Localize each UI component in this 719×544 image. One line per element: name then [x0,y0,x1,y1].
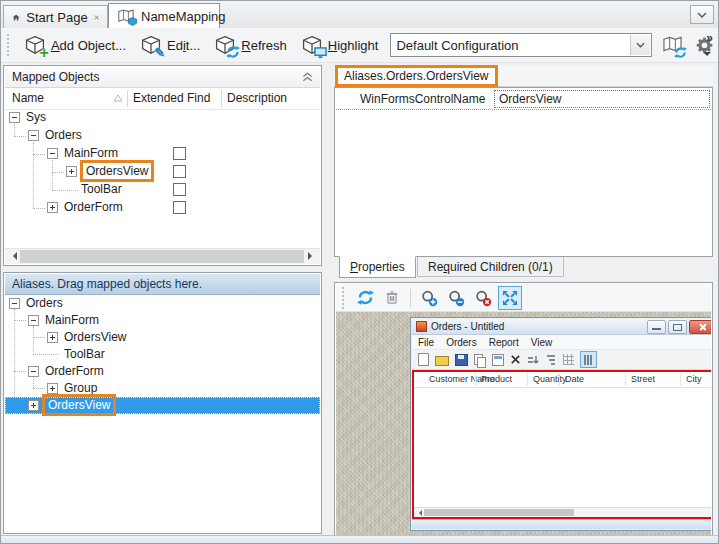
save-icon[interactable] [455,354,468,366]
tree-item-toolbar[interactable]: ToolBar [5,181,320,199]
col-product[interactable]: Product [481,374,512,384]
column-extended-find[interactable]: Extended Find [133,91,210,105]
open-file-icon[interactable] [435,356,449,366]
tab-start-page[interactable]: Start Page [3,5,108,28]
configuration-select[interactable]: Default Configuration [390,33,651,57]
scrollbar-thumb[interactable] [424,509,574,516]
collapse-expander-icon[interactable] [28,366,39,377]
columns-view-button[interactable] [580,351,597,368]
refresh-icon [214,35,236,56]
column-divider[interactable] [127,90,128,107]
sort-az-icon[interactable] [527,354,539,366]
alias-item-ordersview-selected[interactable]: OrdersView [5,397,320,414]
new-file-icon[interactable] [418,353,429,366]
tab-required-children[interactable]: Required Children (0/1) [417,257,564,277]
scroll-left-icon[interactable] [416,510,422,516]
alias-item-toolbar[interactable]: ToolBar [5,346,320,363]
add-object-button[interactable]: + Add Object... [19,32,131,59]
tab-properties[interactable]: Properties [339,256,416,278]
add-object-icon: + [24,35,46,56]
toolbar-grip[interactable] [7,34,13,56]
tree-item-label: OrdersView [86,164,148,178]
sort-ascending-icon [113,94,123,102]
menu-file[interactable]: File [412,337,440,348]
alias-item-ordersview[interactable]: OrdersView [5,329,320,346]
horizontal-scrollbar[interactable] [5,248,320,264]
column-divider[interactable] [221,90,222,107]
toolbar-grip[interactable] [342,287,348,309]
alias-item-mainform[interactable]: MainForm [5,312,320,329]
highlight-icon [301,35,323,56]
combo-dropdown-button[interactable] [630,35,650,55]
extended-find-checkbox[interactable] [173,201,186,214]
highlight-button[interactable]: Highlight [296,32,384,59]
menu-orders[interactable]: Orders [440,337,483,348]
tree-item-label: MainForm [45,313,99,327]
properties-icon[interactable] [492,354,504,366]
update-namemapping-icon[interactable] [662,35,685,56]
col-quantity[interactable]: Quantity [533,374,567,384]
expand-expander-icon[interactable] [47,202,58,213]
zoom-out-button[interactable] [444,286,468,310]
object-preview-panel: Orders - Untitled File Orders Report Vie… [334,282,713,538]
horizontal-scrollbar[interactable] [414,507,711,517]
expand-expander-icon[interactable] [47,383,58,394]
close-button[interactable] [689,320,711,334]
expand-expander-icon[interactable] [47,332,58,343]
tree-item-orderform[interactable]: OrderForm [5,199,320,217]
extended-find-checkbox[interactable] [173,183,186,196]
collapse-panel-icon[interactable] [302,72,313,82]
minimize-button[interactable] [647,320,666,334]
col-city[interactable]: City [686,374,702,384]
tree-item-mainform[interactable]: MainForm [5,145,320,163]
expand-expander-icon[interactable] [28,400,39,411]
zoom-in-button[interactable] [417,286,441,310]
edit-button[interactable]: ✎ Edit... [135,32,205,59]
copy-icon[interactable] [474,354,486,366]
orders-toolbar [412,350,711,370]
scroll-left-icon[interactable] [9,252,17,260]
refresh-button[interactable]: Refresh [209,32,292,59]
extended-find-checkbox[interactable] [173,165,186,178]
tree-item-label: OrderForm [64,200,123,214]
tab-namemapping[interactable]: NameMapping [108,3,220,28]
toolbar-overflow-button[interactable]: » [706,31,713,45]
col-street[interactable]: Street [631,374,655,384]
menu-view[interactable]: View [525,337,559,348]
fit-to-window-button[interactable] [498,286,522,310]
collapse-expander-icon[interactable] [28,315,39,326]
tree-item-ordersview[interactable]: OrdersView [5,163,320,181]
alias-item-orderform[interactable]: OrderForm [5,363,320,380]
tree-item-orders[interactable]: Orders [5,127,320,145]
configuration-value: Default Configuration [396,38,518,53]
scroll-right-icon[interactable] [308,252,316,260]
menu-report[interactable]: Report [483,337,525,348]
maximize-button[interactable] [668,320,687,334]
app-bottom-strip [1,535,718,543]
delete-x-icon[interactable] [510,354,521,365]
highlight-box: Aliases.Orders.OrdersView [335,65,498,87]
extended-find-checkbox[interactable] [173,147,186,160]
indent-icon[interactable] [545,354,557,366]
collapse-expander-icon[interactable] [28,130,39,141]
grid-view-icon[interactable] [563,354,574,365]
column-name[interactable]: Name [12,91,44,105]
close-tab-icon[interactable] [94,13,99,22]
tree-item-sys[interactable]: Sys [5,109,320,127]
column-description[interactable]: Description [227,91,287,105]
toolbar-options-caret-icon[interactable] [703,52,711,60]
tab-label: NameMapping [141,9,226,24]
delete-image-button[interactable] [380,286,404,310]
property-value[interactable]: OrdersView [493,89,711,109]
collapse-expander-icon[interactable] [9,112,20,123]
property-row[interactable]: WinFormsControlName OrdersView [336,89,711,110]
tab-list-dropdown-button[interactable] [690,5,714,24]
col-date[interactable]: Date [565,374,584,384]
collapse-expander-icon[interactable] [9,298,20,309]
scrollbar-thumb[interactable] [20,250,304,263]
alias-item-orders[interactable]: Orders [5,295,320,312]
refresh-preview-button[interactable] [353,286,377,310]
collapse-expander-icon[interactable] [47,148,58,159]
zoom-reset-button[interactable] [471,286,495,310]
expand-expander-icon[interactable] [66,166,77,177]
